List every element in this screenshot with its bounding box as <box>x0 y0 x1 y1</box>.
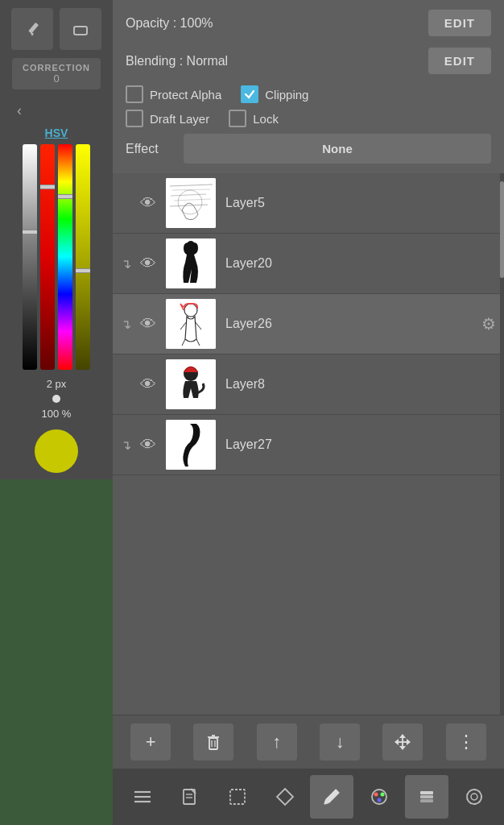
move-down-button[interactable]: ↓ <box>320 723 360 761</box>
more-options-button[interactable]: ⋮ <box>446 723 486 761</box>
hue-bar[interactable] <box>58 144 72 370</box>
main-panel: Opacity : 100% EDIT Blending : Normal ED… <box>113 0 504 825</box>
brush-size-label: 2 px <box>47 378 67 390</box>
clipping-label: Clipping <box>265 88 308 102</box>
svg-point-44 <box>471 794 477 800</box>
lock-checkbox[interactable] <box>229 110 246 127</box>
layer-tools-bar: + ↑ ↓ ⋮ <box>113 715 504 769</box>
collapse-arrow[interactable]: ‹ <box>6 97 32 123</box>
eraser-tool[interactable] <box>60 8 101 50</box>
tool-icons-row <box>0 0 113 58</box>
svg-rect-0 <box>28 23 39 34</box>
svg-marker-26 <box>395 739 399 745</box>
brightness-bar[interactable] <box>23 144 37 370</box>
layer-item-layer27[interactable]: ↴ 👁 Layer27 <box>113 415 504 475</box>
svg-point-11 <box>187 241 195 249</box>
draft-layer-item: Draft Layer <box>126 110 209 127</box>
red-bar[interactable] <box>40 144 55 370</box>
eye-icon-layer20[interactable]: 👁 <box>138 255 158 273</box>
move-up-button[interactable]: ↑ <box>257 723 297 761</box>
clipping-checkbox[interactable] <box>241 85 258 103</box>
layer-list: ↴ 👁 Layer5 ↴ 👁 <box>113 173 504 715</box>
svg-marker-23 <box>399 734 406 738</box>
protect-alpha-item: Protect Alpha <box>126 85 221 103</box>
menu-button[interactable] <box>121 775 164 819</box>
color-swatch[interactable] <box>35 429 78 473</box>
color-bars <box>23 144 90 370</box>
checkbox-row-2: Draft Layer Lock <box>126 110 491 127</box>
left-sidebar: CORRECTION 0 ‹ HSV 2 px 100 % <box>0 0 113 825</box>
lock-item: Lock <box>229 110 279 127</box>
layer-item-layer8[interactable]: ↴ 👁 Layer8 <box>113 354 504 415</box>
gear-icon-layer26[interactable]: ⚙ <box>481 314 496 334</box>
svg-rect-17 <box>209 738 217 749</box>
svg-marker-27 <box>407 739 411 745</box>
opacity-label: Opacity : 100% <box>126 16 213 31</box>
layer-options: Opacity : 100% EDIT Blending : Normal ED… <box>113 0 504 173</box>
blending-label: Blending : Normal <box>126 54 228 68</box>
dot-indicator <box>52 395 60 403</box>
clipping-item: Clipping <box>241 85 308 103</box>
brush-button[interactable] <box>310 775 353 819</box>
svg-marker-1 <box>31 33 34 36</box>
selection-button[interactable] <box>216 775 259 819</box>
delete-layer-button[interactable] <box>193 723 233 761</box>
scrollbar[interactable] <box>500 173 504 715</box>
opacity-edit-button[interactable]: EDIT <box>428 10 491 36</box>
layer-name-layer26: Layer26 <box>225 317 481 331</box>
add-layer-button[interactable]: + <box>130 723 171 761</box>
layer-thumb-layer8 <box>166 359 216 409</box>
scrollbar-thumb[interactable] <box>500 181 504 278</box>
opacity-row: Opacity : 100% EDIT <box>126 10 491 36</box>
draft-layer-label: Draft Layer <box>150 112 209 126</box>
protect-alpha-label: Protect Alpha <box>150 88 221 102</box>
clip-icon-layer27: ↴ <box>121 437 135 453</box>
layer-thumb-layer5 <box>166 178 216 228</box>
move-both-button[interactable] <box>382 723 423 761</box>
correction-label: CORRECTION <box>23 63 90 73</box>
svg-rect-42 <box>420 799 433 802</box>
pencil-tool[interactable] <box>11 8 53 50</box>
svg-rect-2 <box>74 27 87 35</box>
protect-alpha-checkbox[interactable] <box>126 85 143 103</box>
layer-item-layer5[interactable]: ↴ 👁 Layer5 <box>113 173 504 234</box>
svg-marker-24 <box>399 746 406 750</box>
layer-name-layer27: Layer27 <box>225 437 496 452</box>
effect-label: Effect <box>126 142 174 156</box>
layer-thumb-layer20 <box>166 238 216 288</box>
blending-edit-button[interactable]: EDIT <box>428 48 491 74</box>
edit-document-button[interactable] <box>168 775 212 819</box>
svg-point-37 <box>374 793 378 797</box>
effect-row: Effect None <box>126 134 491 164</box>
eye-icon-layer27[interactable]: 👁 <box>138 436 158 454</box>
color-palette-button[interactable] <box>357 775 401 819</box>
settings-button[interactable] <box>452 775 496 819</box>
effect-value[interactable]: None <box>184 134 491 164</box>
layer-name-layer8: Layer8 <box>225 377 496 392</box>
clip-icon-layer26: ↴ <box>121 317 135 332</box>
layers-panel-button[interactable] <box>405 775 448 819</box>
opacity-percent-label: 100 % <box>42 408 72 420</box>
correction-box[interactable]: CORRECTION 0 <box>12 58 101 89</box>
layer-name-layer5: Layer5 <box>225 196 496 210</box>
draft-layer-checkbox[interactable] <box>126 110 143 127</box>
layer-item-layer20[interactable]: ↴ 👁 Layer20 <box>113 234 504 294</box>
svg-marker-35 <box>277 789 293 805</box>
svg-point-38 <box>381 793 385 797</box>
svg-rect-40 <box>420 791 433 794</box>
bottom-toolbar <box>113 769 504 825</box>
eye-icon-layer8[interactable]: 👁 <box>138 375 158 394</box>
correction-value: 0 <box>53 73 59 85</box>
transform-button[interactable] <box>263 775 307 819</box>
layer-item-layer26[interactable]: ↴ 👁 Layer26 ⚙ <box>113 294 504 354</box>
checkbox-row-1: Protect Alpha Clipping <box>126 85 491 103</box>
hsv-label[interactable]: HSV <box>45 126 68 139</box>
saturation-bar[interactable] <box>76 144 90 370</box>
svg-rect-41 <box>420 795 433 798</box>
svg-point-39 <box>378 798 382 802</box>
eye-icon-layer5[interactable]: 👁 <box>138 194 158 213</box>
clip-icon-layer20: ↴ <box>121 256 135 272</box>
lock-label: Lock <box>253 112 279 126</box>
svg-rect-34 <box>230 790 245 804</box>
eye-icon-layer26[interactable]: 👁 <box>138 315 158 334</box>
